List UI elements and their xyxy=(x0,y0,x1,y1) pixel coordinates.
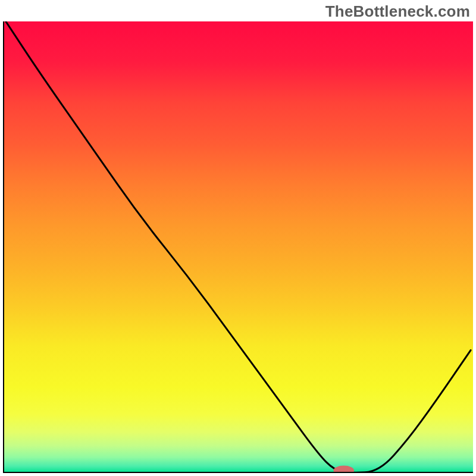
plot-svg xyxy=(3,21,473,473)
gradient-background xyxy=(3,21,473,473)
chart-stage: TheBottleneck.com xyxy=(0,0,476,476)
plot-area xyxy=(3,21,473,473)
watermark-text: TheBottleneck.com xyxy=(325,2,470,21)
